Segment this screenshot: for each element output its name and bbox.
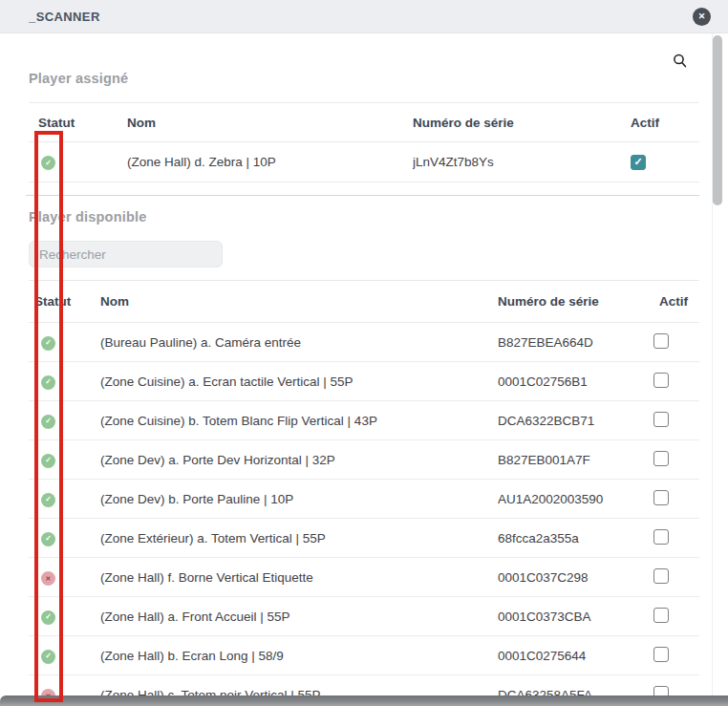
name-cell: (Zone Hall) b. Ecran Long | 58/9 bbox=[100, 649, 498, 663]
column-header-serial: Numéro de série bbox=[498, 294, 651, 309]
serial-cell: AU1A2002003590 bbox=[498, 492, 651, 506]
active-checkbox[interactable] bbox=[653, 568, 669, 584]
assigned-section-heading: Player assigné bbox=[29, 71, 128, 86]
column-header-statut: Statut bbox=[29, 294, 100, 309]
status-cell: ✓ bbox=[29, 647, 100, 664]
status-cell: ✓ bbox=[29, 451, 100, 468]
close-button[interactable]: ✕ bbox=[693, 8, 711, 26]
active-checkbox[interactable] bbox=[653, 647, 669, 662]
active-cell bbox=[651, 608, 699, 626]
modal-title: _SCANNER bbox=[29, 10, 100, 24]
active-checkbox[interactable] bbox=[653, 373, 669, 388]
status-cell: ✓ bbox=[29, 529, 100, 546]
active-checkbox[interactable] bbox=[653, 451, 669, 466]
serial-cell: B827EBEA664D bbox=[498, 335, 651, 350]
serial-cell: 0001C037C298 bbox=[498, 570, 651, 585]
status-cell: ✓ bbox=[29, 412, 100, 429]
active-cell bbox=[651, 490, 699, 508]
search-input[interactable] bbox=[29, 241, 223, 267]
name-cell: (Zone Cuisine) b. Totem Blanc Flip Verti… bbox=[100, 414, 498, 428]
status-ok-icon: ✓ bbox=[41, 156, 55, 170]
name-cell: (Zone Cuisine) a. Ecran tactile Vertical… bbox=[100, 374, 498, 389]
active-cell bbox=[651, 647, 699, 665]
status-ok-icon: ✓ bbox=[41, 454, 55, 468]
table-row: ✓ (Zone Hall) b. Ecran Long | 58/9 0001C… bbox=[29, 636, 699, 675]
active-cell bbox=[651, 412, 699, 430]
status-ok-icon: ✓ bbox=[41, 532, 55, 546]
status-ok-icon: ✓ bbox=[41, 610, 55, 625]
name-cell: (Zone Hall) f. Borne Vertical Etiquette bbox=[100, 570, 498, 585]
close-icon: ✕ bbox=[698, 12, 706, 21]
search-icon bbox=[672, 53, 689, 70]
available-table-header: Statut Nom Numéro de série Actif bbox=[29, 281, 699, 323]
active-checkbox[interactable]: ✓ bbox=[631, 155, 646, 170]
status-cell: ✓ bbox=[29, 154, 127, 171]
section-divider bbox=[26, 195, 699, 196]
table-row: ✓ (Zone Dev) b. Porte Pauline | 10P AU1A… bbox=[29, 480, 699, 519]
status-cell: ✓ bbox=[29, 333, 100, 351]
table-row: ✓ (Zone Cuisine) a. Ecran tactile Vertic… bbox=[29, 362, 699, 401]
column-header-statut: Statut bbox=[29, 116, 127, 130]
column-header-nom: Nom bbox=[127, 116, 413, 130]
active-checkbox[interactable] bbox=[653, 490, 669, 505]
status-cell: ✓ bbox=[29, 608, 100, 625]
table-row: ✓ (Bureau Pauline) a. Caméra entrée B827… bbox=[29, 323, 699, 362]
serial-cell: 68fcca2a355a bbox=[498, 531, 651, 546]
column-header-nom: Nom bbox=[100, 294, 498, 309]
status-cell: ✓ bbox=[29, 490, 100, 507]
active-cell bbox=[651, 333, 699, 352]
modal-body: Player assigné Statut Nom Numéro de séri… bbox=[0, 33, 712, 706]
column-header-actif: Actif bbox=[651, 294, 699, 309]
name-cell: (Zone Hall) d. Zebra | 10P bbox=[127, 155, 413, 169]
table-row: ✓ (Zone Extérieur) a. Totem Vertical | 5… bbox=[29, 519, 699, 558]
name-cell: (Bureau Pauline) a. Caméra entrée bbox=[100, 335, 498, 350]
table-row: ✕ (Zone Hall) f. Borne Vertical Etiquett… bbox=[29, 558, 699, 597]
serial-cell: B827EB001A7F bbox=[498, 453, 651, 467]
serial-cell: DCA6322BCB71 bbox=[498, 414, 651, 428]
status-ok-icon: ✓ bbox=[41, 650, 55, 664]
status-cell: ✕ bbox=[29, 569, 100, 586]
table-row: ✓ (Zone Dev) a. Porte Dev Horizontal | 3… bbox=[29, 440, 699, 480]
status-cell: ✓ bbox=[29, 373, 100, 390]
scanner-modal: _SCANNER ✕ Player assigné Statut Nom Num… bbox=[0, 0, 728, 706]
column-header-serial: Numéro de série bbox=[413, 116, 629, 130]
table-row: ✓ (Zone Cuisine) b. Totem Blanc Flip Ver… bbox=[29, 401, 699, 440]
table-row: ✓ (Zone Hall) a. Front Accueil | 55P 000… bbox=[29, 597, 699, 636]
column-header-actif: Actif bbox=[629, 116, 699, 130]
active-cell bbox=[651, 568, 699, 587]
page-bottom-edge bbox=[0, 695, 728, 706]
available-players-table: Statut Nom Numéro de série Actif ✓ (Bure… bbox=[29, 280, 699, 706]
serial-cell: 0001C0275644 bbox=[498, 649, 651, 663]
name-cell: (Zone Dev) a. Porte Dev Horizontal | 32P bbox=[100, 453, 498, 467]
search-button[interactable] bbox=[672, 53, 689, 70]
serial-cell: 0001C0373CBA bbox=[498, 610, 651, 624]
assigned-players-table: Statut Nom Numéro de série Actif ✓ (Zone… bbox=[29, 102, 699, 182]
serial-cell: 0001C02756B1 bbox=[498, 374, 651, 389]
status-ok-icon: ✓ bbox=[41, 493, 55, 507]
status-ok-icon: ✓ bbox=[41, 415, 55, 429]
name-cell: (Zone Extérieur) a. Totem Vertical | 55P bbox=[100, 531, 498, 546]
name-cell: (Zone Dev) b. Porte Pauline | 10P bbox=[100, 492, 498, 506]
serial-cell: jLnV4Zt7b8Ys bbox=[413, 155, 629, 169]
modal-header: _SCANNER ✕ bbox=[0, 0, 728, 33]
table-row: ✓ (Zone Hall) d. Zebra | 10P jLnV4Zt7b8Y… bbox=[29, 142, 699, 182]
active-checkbox[interactable] bbox=[653, 608, 669, 623]
assigned-table-header: Statut Nom Numéro de série Actif bbox=[29, 103, 699, 142]
active-cell: ✓ bbox=[629, 154, 699, 170]
status-error-icon: ✕ bbox=[41, 571, 55, 586]
active-checkbox[interactable] bbox=[653, 333, 669, 349]
active-checkbox[interactable] bbox=[653, 529, 669, 545]
active-cell bbox=[651, 529, 699, 547]
scrollbar-thumb[interactable] bbox=[713, 35, 722, 205]
available-section-heading: Player disponible bbox=[29, 209, 146, 225]
active-cell bbox=[651, 373, 699, 391]
status-ok-icon: ✓ bbox=[41, 336, 55, 351]
status-ok-icon: ✓ bbox=[41, 375, 55, 390]
active-cell bbox=[651, 451, 699, 469]
active-checkbox[interactable] bbox=[653, 412, 669, 427]
name-cell: (Zone Hall) a. Front Accueil | 55P bbox=[100, 610, 498, 624]
